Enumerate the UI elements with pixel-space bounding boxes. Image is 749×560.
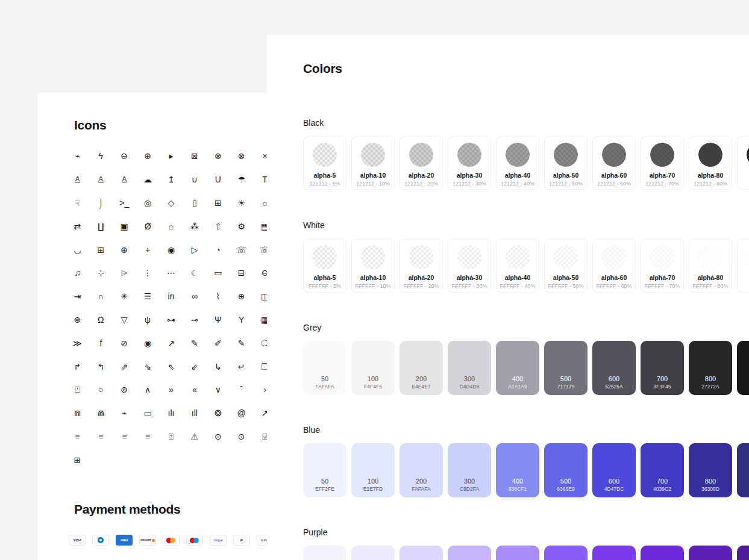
battery-icon[interactable]: ▭ (136, 402, 160, 425)
white-swatch-alpha-30[interactable]: alpha-30FFFFFF - 30% (448, 238, 491, 293)
white-swatch-alpha-10[interactable]: alpha-10FFFFFF - 10% (351, 238, 395, 293)
underline-icon[interactable]: U (206, 168, 230, 191)
align-left-icon[interactable]: ≡ (89, 425, 113, 449)
black-swatch-alpha-30[interactable]: alpha-30121212 - 30% (448, 136, 491, 190)
purple-swatch-partial[interactable] (737, 546, 749, 560)
corner-right-up-icon[interactable]: ⇗ (113, 355, 136, 378)
grey-swatch-800[interactable]: 80027272A (689, 341, 732, 395)
alert-circle-icon[interactable]: ⊙ (230, 425, 253, 449)
black-swatch-alpha-60[interactable]: alpha-60121212 - 60% (592, 136, 636, 190)
white-swatch-alpha-50[interactable]: alpha-50FFFFFF - 50% (544, 238, 588, 293)
user-check-icon[interactable]: ♙ (89, 168, 113, 191)
navigation-icon[interactable]: ⌲ (113, 261, 136, 285)
blue-swatch-50[interactable]: 50EFF2FE (303, 443, 346, 497)
table-icon[interactable]: ⊞ (206, 191, 230, 215)
battery-charging-icon[interactable]: ⌁ (113, 402, 136, 425)
blue-swatch-800[interactable]: 80036309D (689, 443, 732, 497)
archive-icon[interactable]: ⊞ (66, 448, 89, 471)
corner-down-right-icon[interactable]: ↳ (206, 355, 230, 378)
bell-off-icon[interactable]: ⋒ (66, 402, 89, 425)
more-horizontal-icon[interactable]: ⋯ (160, 261, 183, 285)
bar-chart-icon[interactable]: ıll (183, 402, 206, 425)
white-swatch-partial[interactable] (737, 238, 749, 293)
blue-swatch-300[interactable]: 300C9D2FA (448, 443, 491, 497)
x-octagon-icon[interactable]: ⊗ (206, 145, 230, 168)
zoom-in-icon[interactable]: ⊕ (136, 145, 160, 168)
chevron-up-icon[interactable]: ˆ (230, 378, 253, 402)
phone-outgoing-icon[interactable]: ☏ (230, 238, 253, 261)
share-icon[interactable]: ⇧ (206, 214, 230, 238)
grey-swatch-200[interactable]: 200E4E4E7 (400, 341, 443, 395)
white-swatch-alpha-40[interactable]: alpha-40FFFFFF - 40% (496, 238, 539, 293)
blue-swatch-700[interactable]: 7004039C2 (641, 443, 684, 497)
grey-swatch-100[interactable]: 100F4F4F5 (351, 341, 395, 395)
align-justify-icon[interactable]: ≡ (66, 425, 89, 449)
x-square-icon[interactable]: ⊠ (183, 145, 206, 168)
corner-down-left-icon[interactable]: ↵ (230, 355, 253, 378)
white-swatch-alpha-5[interactable]: alpha-5FFFFFF - 5% (303, 238, 346, 293)
white-swatch-alpha-20[interactable]: alpha-20FFFFFF - 20% (400, 238, 443, 293)
grey-swatch-300[interactable]: 300D4D4D8 (448, 341, 491, 395)
white-swatch-alpha-80[interactable]: alpha-80FFFFFF - 80% (689, 238, 732, 293)
blue-swatch-100[interactable]: 100E1E7FD (351, 443, 395, 497)
award-icon[interactable]: ❂ (206, 402, 230, 425)
umbrella-icon[interactable]: ☂ (230, 168, 253, 191)
purple-swatch-unlabeled[interactable] (689, 546, 732, 560)
black-swatch-alpha-40[interactable]: alpha-40121212 - 40% (496, 136, 539, 190)
mastercard-logo[interactable] (163, 535, 180, 546)
thermometer-icon[interactable]: ⌡ (89, 191, 113, 215)
more-vertical-icon[interactable]: ⋮ (136, 261, 160, 285)
tablet-icon[interactable]: ▯ (183, 191, 206, 215)
grey-swatch-500[interactable]: 500717179 (544, 341, 588, 395)
youtube-icon[interactable]: ▸ (160, 145, 183, 168)
linkedin-icon[interactable]: in (160, 285, 183, 308)
corner-left-down-icon[interactable]: ⇙ (183, 355, 206, 378)
shield-icon[interactable]: ⌂ (160, 214, 183, 238)
purple-swatch-unlabeled[interactable] (641, 546, 684, 560)
gitlab-icon[interactable]: ▽ (113, 308, 136, 332)
discover-logo[interactable]: DISCOVER (139, 535, 156, 546)
blue-swatch-600[interactable]: 6004D47DC (592, 443, 636, 497)
black-swatch-partial[interactable] (737, 136, 749, 190)
stripe-logo[interactable]: stripe (210, 535, 227, 546)
blue-swatch-partial[interactable] (737, 443, 749, 497)
black-swatch-alpha-70[interactable]: alpha-70121212 - 70% (641, 136, 684, 190)
corner-up-right-icon[interactable]: ↱ (66, 355, 89, 378)
blue-swatch-400[interactable]: 400838CF1 (496, 443, 539, 497)
at-sign-icon[interactable]: @ (230, 402, 253, 425)
purple-swatch-unlabeled[interactable] (303, 546, 346, 560)
upload-cloud-icon[interactable]: ☁ (136, 168, 160, 191)
zoom-out-icon[interactable]: ⊖ (113, 145, 136, 168)
sunset-icon[interactable]: ☀ (230, 191, 253, 215)
loader-icon[interactable]: ✳ (113, 285, 136, 308)
eye-off-icon[interactable]: ⊘ (113, 331, 136, 355)
target-icon[interactable]: ◎ (136, 191, 160, 215)
blue-swatch-500[interactable]: 5006366E9 (544, 443, 588, 497)
plus-icon[interactable]: + (136, 238, 160, 261)
black-swatch-alpha-5[interactable]: alpha-5121212 - 5% (303, 136, 346, 190)
edit-3-icon[interactable]: ✎ (183, 331, 206, 355)
align-center-icon[interactable]: ≡ (113, 425, 136, 449)
chrome-icon[interactable]: ⊚ (113, 378, 136, 402)
chevrons-right-icon[interactable]: » (160, 378, 183, 402)
move-icon[interactable]: ⊹ (89, 261, 113, 285)
link-icon[interactable]: ⌇ (206, 285, 230, 308)
purple-swatch-unlabeled[interactable] (544, 546, 588, 560)
play-icon[interactable]: ▷ (183, 238, 206, 261)
lock-icon[interactable]: ∩ (89, 285, 113, 308)
grey-swatch-50[interactable]: 50FAFAFA (303, 341, 346, 395)
help-circle-icon[interactable]: ⍰ (160, 425, 183, 449)
settings-icon[interactable]: ⚙ (230, 214, 253, 238)
globe-icon[interactable]: ⊛ (66, 308, 89, 332)
git-commit-icon[interactable]: ⊸ (183, 308, 206, 332)
github-icon[interactable]: Ω (89, 308, 113, 332)
corner-up-left-icon[interactable]: ↰ (89, 355, 113, 378)
black-swatch-alpha-20[interactable]: alpha-20121212 - 20% (400, 136, 443, 190)
alert-octagon-icon[interactable]: ⊙ (206, 425, 230, 449)
grey-swatch-400[interactable]: 400A1A1A9 (496, 341, 539, 395)
edit-icon[interactable]: ✎ (230, 331, 253, 355)
shuffle-icon[interactable]: ⇄ (66, 214, 89, 238)
alert-triangle-icon[interactable]: ⚠ (183, 425, 206, 449)
music-icon[interactable]: ♫ (66, 261, 89, 285)
blue-swatch-200[interactable]: 200FAFAFA (400, 443, 443, 497)
